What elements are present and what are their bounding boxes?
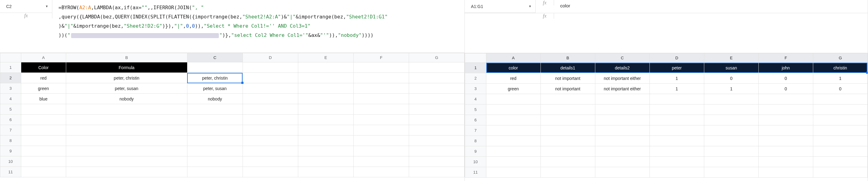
cell[interactable]: john	[758, 63, 813, 73]
cell[interactable]	[649, 94, 704, 105]
column-header[interactable]: E	[298, 53, 353, 62]
cell[interactable]: 0	[758, 83, 813, 94]
cell[interactable]	[595, 157, 649, 167]
cell[interactable]	[649, 105, 704, 115]
row-header[interactable]: 9	[0, 146, 21, 156]
cell[interactable]	[243, 146, 298, 156]
cell[interactable]	[353, 104, 409, 115]
cell[interactable]	[649, 146, 704, 157]
cell[interactable]	[243, 73, 298, 83]
cell[interactable]	[758, 94, 813, 105]
row-header[interactable]: 9	[465, 146, 486, 157]
cell[interactable]	[409, 167, 464, 177]
cell[interactable]	[21, 115, 66, 125]
cell[interactable]	[21, 104, 66, 115]
cell[interactable]	[486, 167, 540, 178]
cell[interactable]	[187, 156, 243, 167]
cell[interactable]	[409, 62, 464, 73]
row-header[interactable]: 4	[465, 94, 486, 105]
cell[interactable]	[243, 83, 298, 94]
cell[interactable]	[813, 105, 867, 115]
cell[interactable]	[409, 73, 464, 83]
cell[interactable]	[409, 115, 464, 125]
cell[interactable]	[21, 136, 66, 146]
cell[interactable]	[243, 62, 298, 73]
cell[interactable]	[243, 125, 298, 136]
cell[interactable]	[353, 167, 409, 177]
cell[interactable]	[243, 167, 298, 177]
cell[interactable]: Color	[21, 62, 66, 73]
column-header[interactable]: F	[353, 53, 409, 62]
cell[interactable]: peter	[649, 63, 704, 73]
row-header[interactable]: 6	[0, 115, 21, 125]
cell[interactable]	[187, 146, 243, 156]
cell[interactable]: blue	[21, 94, 66, 104]
cell[interactable]	[21, 156, 66, 167]
column-header[interactable]: C	[187, 53, 243, 62]
cell[interactable]	[813, 94, 867, 105]
cell[interactable]	[540, 94, 595, 105]
formula-input[interactable]: color	[554, 0, 868, 11]
cell[interactable]	[298, 156, 353, 167]
formula-input[interactable]: =BYROW(A2:A,LAMBDA(ax,if(ax="",,IFERROR(…	[52, 0, 464, 43]
cell[interactable]	[649, 157, 704, 167]
cell[interactable]: 0	[704, 73, 758, 83]
cell[interactable]	[704, 94, 758, 105]
cell[interactable]	[409, 125, 464, 136]
cell[interactable]	[540, 157, 595, 167]
row-header[interactable]: 10	[465, 157, 486, 167]
cell[interactable]	[595, 125, 649, 136]
cell[interactable]: susan	[704, 63, 758, 73]
cell[interactable]: peter, christin	[187, 73, 243, 83]
cell[interactable]	[813, 125, 867, 136]
cell[interactable]	[649, 167, 704, 178]
cell[interactable]	[353, 73, 409, 83]
cell[interactable]	[595, 167, 649, 178]
column-header[interactable]: B	[540, 53, 595, 63]
cell[interactable]	[540, 105, 595, 115]
cell[interactable]	[540, 115, 595, 125]
cell[interactable]	[409, 83, 464, 94]
cell[interactable]	[298, 83, 353, 94]
cell[interactable]	[409, 94, 464, 104]
cell[interactable]	[409, 156, 464, 167]
cell[interactable]	[66, 167, 187, 177]
cell[interactable]	[298, 115, 353, 125]
cell[interactable]: peter, susan	[66, 83, 187, 94]
cell[interactable]	[758, 105, 813, 115]
cell[interactable]	[243, 156, 298, 167]
cell[interactable]	[704, 146, 758, 157]
cell[interactable]	[540, 136, 595, 146]
row-header[interactable]: 8	[465, 136, 486, 146]
cell[interactable]	[704, 105, 758, 115]
cell[interactable]	[298, 62, 353, 73]
column-header[interactable]: D	[649, 53, 704, 63]
cell[interactable]	[298, 73, 353, 83]
cell[interactable]	[758, 125, 813, 136]
cell[interactable]	[66, 125, 187, 136]
cell[interactable]	[298, 104, 353, 115]
column-header[interactable]: G	[409, 53, 464, 62]
cell[interactable]	[187, 125, 243, 136]
cell[interactable]	[353, 83, 409, 94]
cell[interactable]	[813, 146, 867, 157]
column-header[interactable]: E	[704, 53, 758, 63]
cell[interactable]	[813, 136, 867, 146]
cell[interactable]	[758, 115, 813, 125]
cell[interactable]	[540, 146, 595, 157]
column-header[interactable]: D	[243, 53, 298, 62]
cell[interactable]	[595, 105, 649, 115]
cell[interactable]: 1	[649, 83, 704, 94]
cell[interactable]: not important either	[595, 73, 649, 83]
cell[interactable]	[187, 136, 243, 146]
cell[interactable]	[353, 156, 409, 167]
row-header[interactable]: 3	[465, 83, 486, 94]
cell[interactable]	[649, 136, 704, 146]
cell[interactable]	[66, 136, 187, 146]
cell[interactable]	[187, 115, 243, 125]
cell[interactable]	[298, 125, 353, 136]
cell[interactable]	[649, 115, 704, 125]
cell[interactable]: christin	[813, 63, 867, 73]
cell[interactable]: 1	[704, 83, 758, 94]
cell[interactable]	[758, 136, 813, 146]
